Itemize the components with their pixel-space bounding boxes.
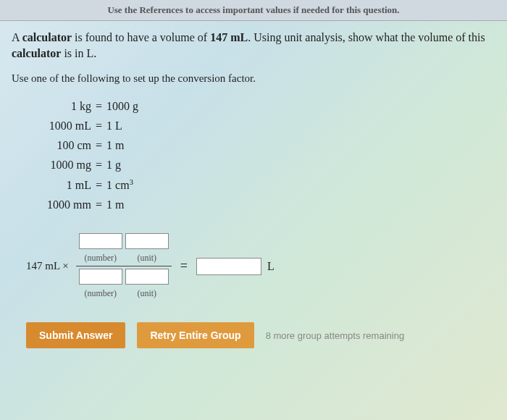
output-unit: L xyxy=(267,260,275,273)
denominator-unit-input[interactable] xyxy=(125,269,169,285)
rhs: 1 cm3 xyxy=(106,175,133,196)
numerator-number-input[interactable] xyxy=(79,233,122,249)
lhs: 1 kg xyxy=(33,96,91,116)
question-prompt: A calculator is found to have a volume o… xyxy=(12,30,495,62)
lhs: 1000 mg xyxy=(33,155,91,175)
conversion-row: 1000 mm = 1 m xyxy=(33,195,495,214)
text: . Using unit analysis, show what the vol… xyxy=(248,31,485,43)
label: (number) xyxy=(79,288,122,299)
attempts-remaining: 8 more group attempts remaining xyxy=(266,330,404,341)
given-value: 147 mL × xyxy=(26,260,69,272)
conversion-row: 1000 mg = 1 g xyxy=(33,155,495,175)
lhs: 1 mL xyxy=(33,175,91,195)
lhs: 1000 mL xyxy=(33,116,91,135)
rhs: 1000 g xyxy=(106,96,138,116)
conversion-row: 1000 mL = 1 L xyxy=(33,116,495,135)
references-text: Use the References to access important v… xyxy=(107,4,399,15)
conversion-row: 100 cm = 1 m xyxy=(33,135,495,155)
rhs: 1 g xyxy=(106,155,121,175)
sub-instruction: Use one of the following to set up the c… xyxy=(12,72,495,85)
question-content: A calculator is found to have a volume o… xyxy=(0,21,507,357)
rhs: 1 L xyxy=(106,116,122,135)
numerator-labels: (number) (unit) xyxy=(76,251,172,265)
work-area: 147 mL × (number) (unit) (number) (unit)… xyxy=(26,232,495,301)
text: is found to have a volume of xyxy=(72,31,210,43)
rhs: 1 m xyxy=(106,195,124,214)
numerator-row xyxy=(76,232,172,251)
submit-button[interactable]: Submit Answer xyxy=(26,322,125,348)
text: A xyxy=(12,31,22,43)
button-row: Submit Answer Retry Entire Group 8 more … xyxy=(26,322,495,348)
denominator-labels: (number) (unit) xyxy=(76,287,172,301)
conversion-list: 1 kg = 1000 g 1000 mL = 1 L 100 cm = 1 m… xyxy=(33,96,495,214)
conversion-row: 1 kg = 1000 g xyxy=(33,96,495,116)
conversion-fraction: (number) (unit) (number) (unit) xyxy=(76,232,172,301)
answer-input[interactable] xyxy=(196,258,261,275)
label: (number) xyxy=(79,253,122,264)
conversion-row: 1 mL = 1 cm3 xyxy=(33,175,495,196)
numerator-unit-input[interactable] xyxy=(125,233,169,249)
label: (unit) xyxy=(125,253,169,264)
equals-sign: = xyxy=(180,259,188,274)
fraction-line xyxy=(76,266,172,266)
label: (unit) xyxy=(125,288,169,299)
bold-text: calculator xyxy=(12,47,61,59)
references-banner: Use the References to access important v… xyxy=(0,0,507,21)
text: is in L. xyxy=(61,47,96,59)
bold-value: 147 mL xyxy=(210,31,248,43)
denominator-row xyxy=(76,267,172,286)
bold-text: calculator xyxy=(22,31,72,43)
lhs: 1000 mm xyxy=(33,195,91,214)
rhs: 1 m xyxy=(106,135,124,155)
lhs: 100 cm xyxy=(33,135,91,155)
denominator-number-input[interactable] xyxy=(79,269,122,285)
retry-button[interactable]: Retry Entire Group xyxy=(137,322,254,348)
